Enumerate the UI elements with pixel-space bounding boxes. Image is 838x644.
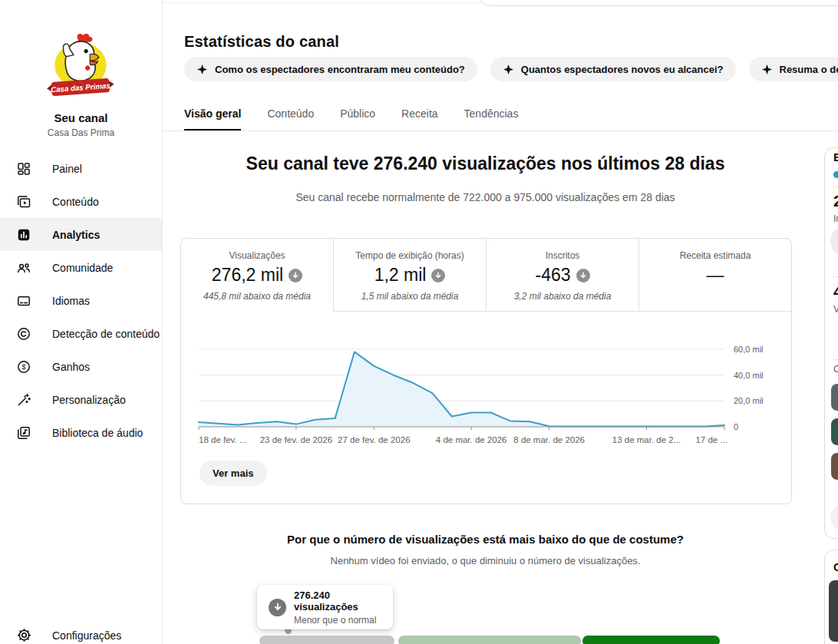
sidebar-item-ganhos[interactable]: $ Ganhos [0,350,162,383]
metric-tab-receita-estimada[interactable]: Receita estimada — [638,239,791,312]
realtime-section-label: C [833,364,838,375]
dollar-icon: $ [15,358,32,375]
sidebar-item-analytics[interactable]: Analytics [0,218,162,251]
metric-value: 1,2 mil [374,265,427,286]
sidebar-item-label: Personalização [52,394,126,406]
dashboard-icon [15,160,32,177]
metric-value: -463 [535,265,570,286]
insight-question: Por que o número de visualizações está m… [180,533,790,546]
chip-label: Resuma o desempenho do m [780,64,838,75]
overview-headline: Seu canal teve 276.240 visualizações nos… [180,154,790,174]
chip-summarize-performance[interactable]: Resuma o desempenho do m [749,57,838,81]
tabs-divider [162,130,838,131]
channel-avatar[interactable]: Casa das Primas [43,31,118,107]
youtube-studio-analytics-page: Casa das Primas Seu canal Casa Das Prima… [0,0,838,644]
sparkle-icon [196,64,208,75]
tab-visao-geral[interactable]: Visão geral [184,103,241,131]
chip-how-viewers-found[interactable]: Como os espectadores encontraram meu con… [184,57,477,81]
tab-publico[interactable]: Público [340,103,375,131]
metric-value: 276,2 mil [212,265,283,286]
svg-text:$: $ [21,363,25,371]
sidebar: Casa das Primas Seu canal Casa Das Prima… [0,0,163,644]
channel-handle: Casa Das Prima [0,127,162,138]
sidebar-item-painel[interactable]: Painel [0,152,162,185]
metric-label: Tempo de exibição (horas) [334,250,486,261]
realtime-stat-1-label: In [833,213,838,224]
sidebar-item-label: Comunidade [52,262,113,274]
sidebar-item-biblioteca[interactable]: Biblioteca de áudio [0,416,162,449]
svg-text:0: 0 [734,422,738,431]
sidebar-item-deteccao[interactable]: Detecção de conteúdo [0,317,162,350]
metric-value: — [707,265,724,286]
live-dot-icon [833,171,838,178]
metric-tab-tempo-exibicao[interactable]: Tempo de exibição (horas) 1,2 mil 1,5 mi… [333,239,486,312]
sparkle-icon [503,64,514,75]
wand-icon [15,391,32,408]
search-input[interactable] [477,0,838,6]
svg-text:23 de fev. de 2026: 23 de fev. de 2026 [260,435,332,444]
insight-answer: Nenhum vídeo foi enviado, o que diminuiu… [180,555,790,566]
tab-tendencias[interactable]: Tendências [464,103,519,131]
see-more-button[interactable]: Ver mais [200,461,267,486]
metric-note: 1,5 mil abaixo da média [334,291,486,302]
sidebar-item-label: Analytics [52,229,100,241]
svg-text:13 de mar. de 2...: 13 de mar. de 2... [612,435,681,444]
video-thumbnail[interactable] [831,384,838,411]
sidebar-footer: Configurações [0,619,162,644]
views-chart: 020,0 mil40,0 mil60,0 mil18 de fev. ...2… [181,331,791,454]
video-thumbnail[interactable] [831,453,838,480]
metric-tab-visualizacoes[interactable]: Visualizações 276,2 mil 445,8 mil abaixo… [181,239,333,312]
video-thumbnail[interactable] [829,580,838,642]
trend-down-icon [431,269,445,282]
metric-label: Receita estimada [639,250,791,261]
analytics-card: Visualizações 276,2 mil 445,8 mil abaixo… [180,238,792,504]
copyright-icon [15,325,32,342]
metric-tab-inscritos[interactable]: Inscritos -463 3,2 mil abaixo da média [486,239,638,312]
realtime-panel-title: E [833,150,838,163]
svg-text:4 de mar. de 2026: 4 de mar. de 2026 [436,435,507,444]
trend-down-icon [289,269,302,282]
trend-down-icon [576,269,590,282]
tooltip-value: 276.240 visualizações [294,590,393,613]
sidebar-item-configuracoes[interactable]: Configurações [0,619,162,644]
gear-icon [15,627,32,644]
metric-tabs: Visualizações 276,2 mil 445,8 mil abaixo… [181,239,791,312]
content-icon [15,193,32,210]
sidebar-item-comunidade[interactable]: Comunidade [0,251,162,284]
svg-text:17 de ...: 17 de ... [695,435,727,444]
metric-label: Visualizações [181,250,333,261]
chip-label: Quantos espectadores novos eu alcancei? [521,64,724,75]
subtitles-icon [15,292,32,309]
bar-segment-gray [259,636,394,644]
page-title: Estatísticas do canal [184,33,339,51]
tab-conteudo[interactable]: Conteúdo [267,103,314,131]
sparkle-icon [761,64,773,75]
tab-receita[interactable]: Receita [401,103,437,131]
panel-divider [833,187,838,187]
tooltip-status: Menor que o normal [294,615,393,626]
community-icon [15,259,32,276]
content-panel-title: C [833,560,838,573]
svg-text:60,0 mil: 60,0 mil [734,345,764,354]
suggestion-chips: Como os espectadores encontraram meu con… [184,57,838,81]
sidebar-item-label: Painel [52,163,82,175]
panel-divider [833,276,838,277]
sidebar-item-label: Ganhos [52,361,90,373]
video-thumbnail[interactable] [831,418,838,445]
realtime-stat-2-label: Vi [833,304,838,315]
sidebar-menu: Painel Conteúdo Analytics [0,152,162,449]
trend-down-icon [269,599,286,616]
sidebar-item-label: Idiomas [52,295,90,307]
chip-new-viewers[interactable]: Quantos espectadores novos eu alcancei? [490,57,736,81]
realtime-stat-1: 2 [833,192,838,210]
svg-text:27 de fev. de 2026: 27 de fev. de 2026 [338,435,410,444]
sidebar-item-idiomas[interactable]: Idiomas [0,284,162,317]
panel-divider [833,359,838,360]
svg-text:18 de fev. ...: 18 de fev. ... [199,435,246,444]
sidebar-item-personalizacao[interactable]: Personalização [0,383,162,416]
metric-label: Inscritos [487,250,638,261]
sidebar-item-label: Detecção de conteúdo [52,328,160,340]
sidebar-item-conteudo[interactable]: Conteúdo [0,185,162,218]
bar-segment-lightgreen [398,636,581,644]
svg-text:8 de mar. de 2026: 8 de mar. de 2026 [513,435,585,444]
